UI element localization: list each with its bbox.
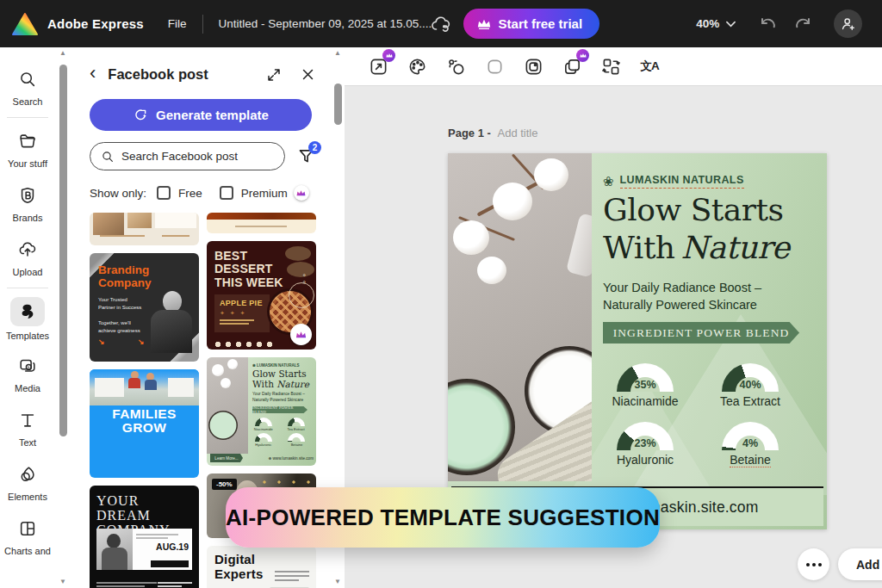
app-title: Adobe Express [47,16,144,31]
frame-tool[interactable] [481,53,507,79]
translate-tool[interactable]: 文A [637,53,662,79]
bulk-create-tool[interactable] [559,53,585,79]
template-thumb-branding[interactable]: Branding Company Your TrustedPartner in … [90,253,199,362]
text-icon [12,407,43,433]
convert-tool[interactable] [598,53,624,79]
cotton-flower [453,220,489,255]
template-thumb-cream[interactable] [207,213,316,233]
media-icon [12,353,43,379]
sidebar-item-media[interactable]: Media [0,346,55,400]
thumb-title: Branding [98,263,149,276]
panel-title: Facebook post [108,66,208,83]
cloud-sync-icon[interactable] [431,15,451,33]
more-options-button[interactable] [798,548,829,580]
discount-badge: -50% [212,479,237,490]
template-thumb-digital-experts[interactable]: DigitalExperts $100 [207,546,316,588]
ingredient-ribbon: INGREDIENT POWER BLEND [603,322,799,344]
social-post-tool[interactable] [520,53,546,79]
zoom-control[interactable]: 40% [696,17,736,30]
gauge-tea-extract: 40% Tea Extract [703,363,798,408]
template-thumb-families[interactable]: ⌂ WHERE FAMILIES GROW START YOUR JOURNEY… [90,369,199,478]
sidebar-item-text[interactable]: Text [0,400,55,455]
thumb-design-content: ❀ LUMASKIN NATURALS Glow Starts With Nat… [252,362,313,447]
chevron-down-icon [726,21,736,28]
resize-tool[interactable] [365,53,391,79]
undo-button[interactable] [758,15,779,34]
premium-checkbox[interactable] [220,186,233,200]
page-number: Page 1 - [448,127,491,139]
thumb-text-line [100,235,145,237]
add-title-placeholder[interactable]: Add title [497,127,537,139]
template-thumb-fashion[interactable] [90,213,199,245]
sidebar-divider [7,288,48,288]
thumb-photo [90,369,199,405]
scroll-down-arrow[interactable]: ▼ [59,578,66,586]
document-title[interactable]: Untitled - September 09, 2025 at 15.05..… [219,17,417,30]
cotton-flower [534,158,568,191]
color-palette-tool[interactable] [404,53,430,79]
thumb-person-photo [96,529,133,570]
learn-more-pill: Learn More... [210,454,243,462]
thumb-address-lines [96,580,157,588]
scrollbar-track[interactable] [57,58,69,578]
filter-button[interactable]: 2 [297,147,315,165]
template-thumb-dessert[interactable]: BEST DESSERT THIS WEEK °° APPLE PIE ✦ ✦ … [207,241,316,350]
generate-label: Generate template [156,108,269,122]
thumb-card [155,213,196,228]
generate-template-button[interactable]: Generate template [90,99,312,131]
search-input[interactable] [121,150,274,163]
template-search-box[interactable] [90,142,285,170]
expand-icon[interactable] [266,67,282,83]
sidebar-item-elements[interactable]: Elements [0,455,55,509]
bottle [566,213,592,277]
thumb-website: ⊕ www.lumaskin.site.com [268,456,314,461]
file-menu[interactable]: File [168,17,187,30]
add-page-button[interactable]: Add pa [838,548,882,580]
generate-sparkle-icon [133,108,148,123]
add-collaborator-avatar[interactable] [834,9,862,38]
free-checkbox[interactable] [157,186,171,200]
start-free-trial-button[interactable]: Start free trial [463,9,600,39]
adobe-express-logo[interactable] [12,13,38,35]
scroll-up-arrow[interactable]: ▲ [59,49,66,58]
canvas-toolbar: 文A [345,47,882,86]
design-headline: Glow Starts WithNature [603,191,790,267]
sidebar-item-search[interactable]: Search [0,59,55,114]
premium-label: Premium [241,187,288,200]
thumb-photo [93,213,124,235]
templates-icon [10,297,45,326]
scroll-up-arrow[interactable]: ▲ [334,49,341,58]
scrollbar-thumb[interactable] [334,84,342,125]
close-icon[interactable] [301,67,315,82]
thumb-date: AUG.19 [136,542,189,552]
filter-row: Show only: Free Premium [90,185,315,201]
free-label: Free [178,187,202,200]
thumb-badge [285,246,311,261]
design-tagline: Your Daily Radiance Boost –Naturally Pow… [603,279,761,314]
design-page[interactable]: ❀ LUMASKIN NATURALS Glow Starts WithNatu… [448,153,827,529]
scroll-down-arrow[interactable]: ▼ [334,578,341,586]
sidebar-item-charts[interactable]: Charts and [0,509,55,563]
search-icon [12,66,43,92]
animate-tool[interactable] [443,53,469,79]
gauge-betaine: 4% Betaine [703,422,798,467]
sidebar-item-your-stuff[interactable]: Your stuff [0,121,55,176]
template-thumb-lumaskin[interactable]: ❀ LUMASKIN NATURALS Glow Starts With Nat… [207,357,316,466]
cotton-flower [477,257,506,284]
cloud-upload-icon [12,237,43,263]
redo-button[interactable] [792,15,813,34]
scrollbar-thumb[interactable] [59,65,67,436]
sidebar-item-upload[interactable]: Upload [0,230,55,284]
gauge-niacinamide: 35% Niacinamide [598,363,693,408]
topbar-divider [202,15,203,34]
sidebar-item-brands[interactable]: Brands [0,176,55,230]
arrow-glyph: ↘ [138,337,145,346]
design-content: ❀ LUMASKIN NATURALS Glow Starts WithNatu… [603,153,815,529]
adobe-express-app: Adobe Express File Untitled - September … [0,0,882,588]
sidebar-scrollbar[interactable]: ▲ ▼ [57,49,69,586]
brand-shield-icon [12,183,43,208]
back-icon[interactable]: ‹ [90,65,96,81]
template-thumb-dream-company[interactable]: YOUR DREAMCOMPANY AUG.19 [90,486,199,588]
thumb-photo-band [207,213,316,220]
sidebar-item-templates[interactable]: Templates [0,292,55,346]
